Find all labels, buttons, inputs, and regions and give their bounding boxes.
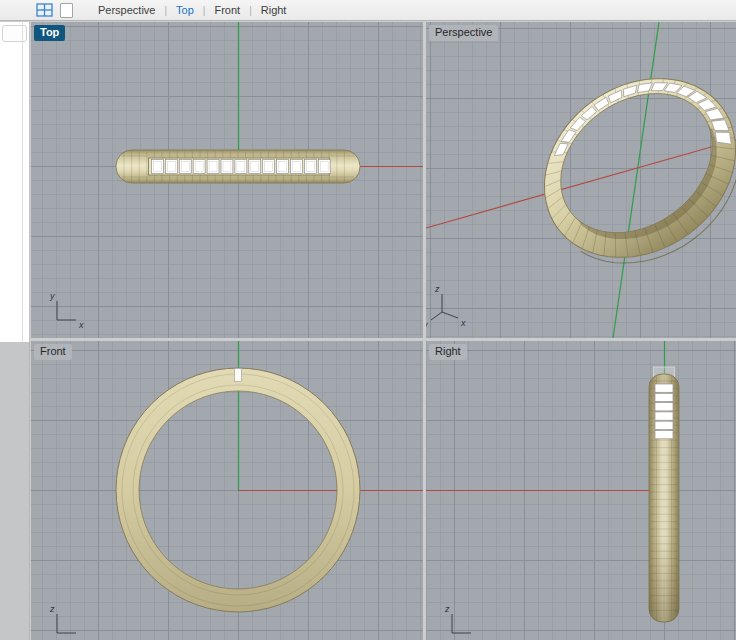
toolbar-icons xyxy=(36,3,73,18)
front-view-canvas[interactable]: z xyxy=(31,341,423,640)
perspective-view-canvas[interactable]: zxy xyxy=(426,22,736,338)
svg-text:z: z xyxy=(49,604,55,614)
tab-separator: | xyxy=(203,5,206,16)
viewport-tabs: Perspective | Top | Front | Right xyxy=(89,4,295,16)
tab-front[interactable]: Front xyxy=(214,4,240,16)
side-panel-lower xyxy=(0,342,30,640)
viewport-label-top[interactable]: Top xyxy=(34,25,65,41)
viewport-right[interactable]: z Right xyxy=(426,341,736,640)
svg-text:x: x xyxy=(78,320,84,330)
tab-separator: | xyxy=(249,5,252,16)
svg-text:z: z xyxy=(434,284,440,294)
panel-button[interactable] xyxy=(2,25,27,42)
viewport-top[interactable]: yx Top xyxy=(31,22,423,338)
tab-perspective[interactable]: Perspective xyxy=(98,4,155,16)
tab-separator: | xyxy=(164,5,167,16)
page-icon[interactable] xyxy=(60,3,73,18)
viewport-front[interactable]: z Front xyxy=(31,341,423,640)
top-view-canvas[interactable]: yx xyxy=(31,22,423,338)
viewport-label-front[interactable]: Front xyxy=(34,344,72,360)
viewport-perspective[interactable]: zxy Perspective xyxy=(426,22,736,338)
right-view-canvas[interactable]: z xyxy=(426,341,736,640)
svg-text:y: y xyxy=(49,291,55,301)
svg-text:x: x xyxy=(460,318,466,328)
tab-top[interactable]: Top xyxy=(176,4,194,16)
toolbar: Perspective | Top | Front | Right xyxy=(0,0,736,21)
svg-text:z: z xyxy=(444,604,450,614)
svg-text:y: y xyxy=(426,320,428,330)
side-panel xyxy=(0,22,30,342)
tab-right[interactable]: Right xyxy=(261,4,287,16)
panel-scrollbar[interactable] xyxy=(22,22,23,342)
viewport-layout-icon[interactable] xyxy=(36,3,53,17)
viewport-label-right[interactable]: Right xyxy=(429,344,467,360)
viewport-label-perspective[interactable]: Perspective xyxy=(429,25,498,41)
